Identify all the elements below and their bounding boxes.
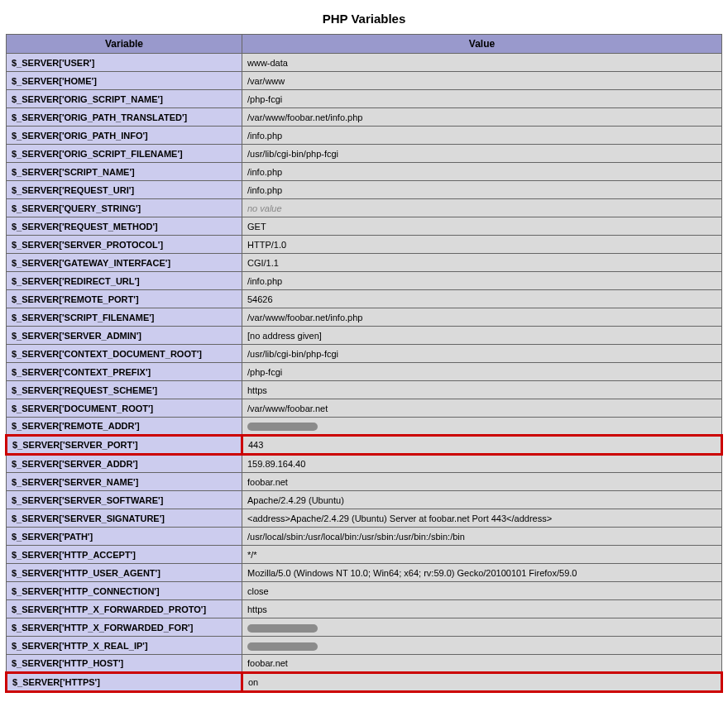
php-variables-table: Variable Value $_SERVER['USER']www-data$… [5, 34, 723, 693]
variable-name: $_SERVER['SERVER_NAME'] [7, 473, 242, 491]
table-row: $_SERVER['SERVER_ADDR']159.89.164.40 [7, 455, 722, 473]
variable-name: $_SERVER['ORIG_PATH_TRANSLATED'] [7, 108, 242, 127]
variable-value: /info.php [242, 127, 722, 145]
table-row: $_SERVER['SERVER_PORT']443 [7, 436, 722, 455]
variable-name: $_SERVER['SERVER_PORT'] [7, 436, 242, 455]
variable-value: foobar.net [242, 473, 722, 491]
table-row: $_SERVER['SCRIPT_NAME']/info.php [7, 163, 722, 181]
table-row: $_SERVER['ORIG_SCRIPT_FILENAME']/usr/lib… [7, 145, 722, 163]
variable-value: Apache/2.4.29 (Ubuntu) [242, 491, 722, 509]
table-row: $_SERVER['HTTPS']on [7, 673, 722, 692]
variable-name: $_SERVER['SCRIPT_FILENAME'] [7, 308, 242, 327]
variable-name: $_SERVER['ORIG_SCRIPT_FILENAME'] [7, 145, 242, 163]
variable-name: $_SERVER['HTTP_X_REAL_IP'] [7, 637, 242, 655]
variable-value: Mozilla/5.0 (Windows NT 10.0; Win64; x64… [242, 564, 722, 582]
variable-name: $_SERVER['CONTEXT_DOCUMENT_ROOT'] [7, 345, 242, 363]
variable-name: $_SERVER['REQUEST_URI'] [7, 181, 242, 199]
table-row: $_SERVER['REMOTE_ADDR'] [7, 418, 722, 436]
table-row: $_SERVER['REQUEST_URI']/info.php [7, 181, 722, 199]
variable-value: /var/www/foobar.net/info.php [242, 308, 722, 327]
table-row: $_SERVER['REDIRECT_URL']/info.php [7, 272, 722, 290]
table-row: $_SERVER['ORIG_PATH_TRANSLATED']/var/www… [7, 108, 722, 127]
table-row: $_SERVER['HTTP_CONNECTION']close [7, 582, 722, 600]
table-row: $_SERVER['HTTP_USER_AGENT']Mozilla/5.0 (… [7, 564, 722, 582]
variable-value: /usr/local/sbin:/usr/local/bin:/usr/sbin… [242, 528, 722, 546]
header-variable: Variable [7, 35, 242, 54]
variable-name: $_SERVER['CONTEXT_PREFIX'] [7, 363, 242, 381]
variable-name: $_SERVER['REDIRECT_URL'] [7, 272, 242, 290]
redacted-value [247, 423, 318, 431]
variable-value: GET [242, 217, 722, 236]
variable-value: /var/www/foobar.net/info.php [242, 108, 722, 127]
table-row: $_SERVER['SERVER_NAME']foobar.net [7, 473, 722, 491]
variable-name: $_SERVER['SERVER_SOFTWARE'] [7, 491, 242, 509]
table-row: $_SERVER['HTTP_HOST']foobar.net [7, 655, 722, 673]
variable-value: CGI/1.1 [242, 254, 722, 272]
table-row: $_SERVER['SERVER_ADMIN'][no address give… [7, 327, 722, 345]
header-value: Value [242, 35, 722, 54]
table-row: $_SERVER['REQUEST_SCHEME']https [7, 381, 722, 399]
table-row: $_SERVER['REMOTE_PORT']54626 [7, 290, 722, 308]
variable-name: $_SERVER['HTTPS'] [7, 673, 242, 692]
no-value-label: no value [247, 203, 282, 213]
variable-value: close [242, 582, 722, 600]
variable-value: /info.php [242, 272, 722, 290]
table-row: $_SERVER['ORIG_SCRIPT_NAME']/php-fcgi [7, 90, 722, 108]
table-row: $_SERVER['HOME']/var/www [7, 72, 722, 90]
variable-value: https [242, 381, 722, 399]
variable-value [242, 418, 722, 436]
variable-value: https [242, 600, 722, 618]
variable-name: $_SERVER['ORIG_SCRIPT_NAME'] [7, 90, 242, 108]
variable-name: $_SERVER['USER'] [7, 54, 242, 72]
variable-name: $_SERVER['QUERY_STRING'] [7, 199, 242, 217]
variable-value: /var/www/foobar.net [242, 399, 722, 418]
variable-value: 443 [242, 436, 722, 455]
variable-value: */* [242, 546, 722, 564]
variable-value: www-data [242, 54, 722, 72]
redacted-value [247, 642, 318, 651]
variable-name: $_SERVER['SERVER_ADDR'] [7, 455, 242, 473]
variable-name: $_SERVER['HTTP_X_FORWARDED_PROTO'] [7, 600, 242, 618]
variable-name: $_SERVER['SERVER_PROTOCOL'] [7, 236, 242, 254]
variable-value: 54626 [242, 290, 722, 308]
table-row: $_SERVER['SCRIPT_FILENAME']/var/www/foob… [7, 308, 722, 327]
page-title: PHP Variables [0, 0, 728, 34]
variable-name: $_SERVER['REQUEST_METHOD'] [7, 217, 242, 236]
variable-name: $_SERVER['DOCUMENT_ROOT'] [7, 399, 242, 418]
variable-value: on [242, 673, 722, 692]
table-row: $_SERVER['HTTP_ACCEPT']*/* [7, 546, 722, 564]
table-row: $_SERVER['CONTEXT_PREFIX']/php-fcgi [7, 363, 722, 381]
variable-value: /php-fcgi [242, 363, 722, 381]
variable-name: $_SERVER['SERVER_ADMIN'] [7, 327, 242, 345]
variable-value: /php-fcgi [242, 90, 722, 108]
table-row: $_SERVER['HTTP_X_REAL_IP'] [7, 637, 722, 655]
variable-name: $_SERVER['HOME'] [7, 72, 242, 90]
variable-name: $_SERVER['GATEWAY_INTERFACE'] [7, 254, 242, 272]
variable-value: /usr/lib/cgi-bin/php-fcgi [242, 145, 722, 163]
variable-name: $_SERVER['REMOTE_ADDR'] [7, 418, 242, 436]
variable-value: /info.php [242, 181, 722, 199]
table-row: $_SERVER['SERVER_SIGNATURE']<address>Apa… [7, 509, 722, 528]
variable-name: $_SERVER['PATH'] [7, 528, 242, 546]
table-row: $_SERVER['REQUEST_METHOD']GET [7, 217, 722, 236]
variable-name: $_SERVER['ORIG_PATH_INFO'] [7, 127, 242, 145]
variable-value [242, 637, 722, 655]
table-row: $_SERVER['CONTEXT_DOCUMENT_ROOT']/usr/li… [7, 345, 722, 363]
variable-value: /usr/lib/cgi-bin/php-fcgi [242, 345, 722, 363]
variable-value: /info.php [242, 163, 722, 181]
table-row: $_SERVER['HTTP_X_FORWARDED_FOR'] [7, 618, 722, 637]
table-row: $_SERVER['GATEWAY_INTERFACE']CGI/1.1 [7, 254, 722, 272]
table-row: $_SERVER['SERVER_PROTOCOL']HTTP/1.0 [7, 236, 722, 254]
variable-name: $_SERVER['HTTP_CONNECTION'] [7, 582, 242, 600]
variable-name: $_SERVER['HTTP_USER_AGENT'] [7, 564, 242, 582]
variable-name: $_SERVER['SCRIPT_NAME'] [7, 163, 242, 181]
variable-value: 159.89.164.40 [242, 455, 722, 473]
variable-value: no value [242, 199, 722, 217]
table-row: $_SERVER['PATH']/usr/local/sbin:/usr/loc… [7, 528, 722, 546]
table-row: $_SERVER['QUERY_STRING']no value [7, 199, 722, 217]
variable-name: $_SERVER['REQUEST_SCHEME'] [7, 381, 242, 399]
table-row: $_SERVER['DOCUMENT_ROOT']/var/www/foobar… [7, 399, 722, 418]
variable-value: HTTP/1.0 [242, 236, 722, 254]
variable-name: $_SERVER['HTTP_X_FORWARDED_FOR'] [7, 618, 242, 637]
table-header-row: Variable Value [7, 35, 722, 54]
